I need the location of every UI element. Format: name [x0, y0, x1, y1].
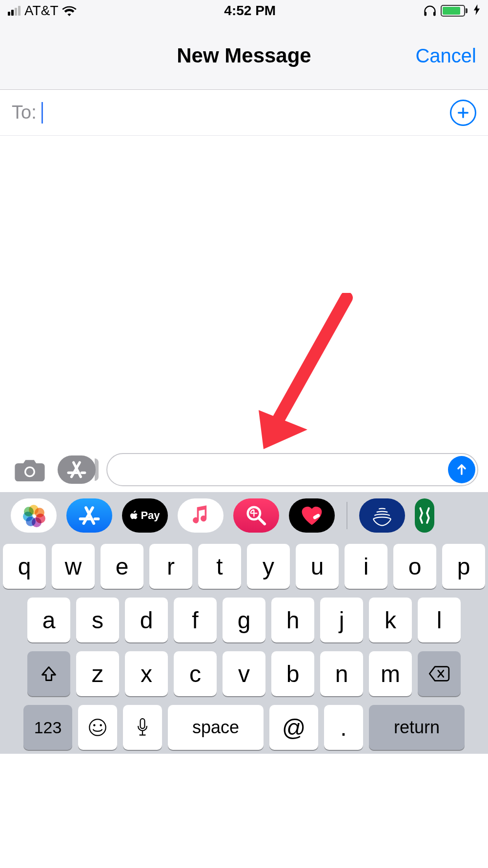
- svg-point-19: [93, 724, 95, 726]
- key-l[interactable]: l: [418, 598, 461, 642]
- key-n[interactable]: n: [320, 651, 363, 696]
- dictation-key[interactable]: [123, 705, 162, 750]
- backspace-key[interactable]: [418, 651, 461, 696]
- conversation-area: [0, 136, 488, 448]
- svg-line-15: [259, 518, 265, 524]
- key-t[interactable]: t: [198, 544, 241, 589]
- key-h[interactable]: h: [271, 598, 314, 642]
- imessage-app-strip[interactable]: Pay: [0, 492, 488, 539]
- svg-point-18: [89, 719, 105, 735]
- key-u[interactable]: u: [296, 544, 339, 589]
- return-key[interactable]: return: [369, 705, 465, 750]
- united-app-icon[interactable]: [359, 498, 405, 533]
- keyboard-row-1: q w e r t y u i o p: [4, 544, 484, 589]
- key-b[interactable]: b: [271, 651, 314, 696]
- keyboard-row-3: z x c v b n m: [4, 651, 484, 696]
- headphones-icon: [423, 5, 437, 17]
- key-s[interactable]: s: [76, 598, 119, 642]
- message-text-input[interactable]: [106, 453, 478, 486]
- status-right: [423, 3, 480, 19]
- svg-rect-0: [424, 12, 427, 16]
- starbucks-app-icon[interactable]: [415, 498, 434, 533]
- key-k[interactable]: k: [369, 598, 412, 642]
- keyboard: q w e r t y u i o p a s d f g h j k l z …: [0, 539, 488, 754]
- app-strip-divider: [346, 502, 347, 529]
- carrier-label: AT&T: [24, 3, 58, 19]
- svg-rect-21: [141, 719, 145, 728]
- navigation-header: New Message Cancel: [0, 21, 488, 90]
- key-j[interactable]: j: [320, 598, 363, 642]
- key-y[interactable]: y: [247, 544, 290, 589]
- images-search-app-icon[interactable]: [233, 498, 279, 533]
- to-label: To:: [12, 102, 37, 123]
- message-input-bar: [0, 448, 488, 492]
- keyboard-row-2: a s d f g h j k l: [4, 598, 484, 642]
- key-m[interactable]: m: [369, 651, 412, 696]
- camera-button[interactable]: [13, 456, 47, 483]
- page-title: New Message: [177, 44, 311, 67]
- key-o[interactable]: o: [393, 544, 436, 589]
- numeric-key[interactable]: 123: [23, 705, 72, 750]
- shift-key[interactable]: [27, 651, 70, 696]
- key-x[interactable]: x: [125, 651, 168, 696]
- music-app-icon[interactable]: [178, 498, 224, 533]
- add-contact-button[interactable]: [450, 100, 476, 126]
- key-w[interactable]: w: [52, 544, 95, 589]
- status-time: 4:52 PM: [224, 3, 276, 19]
- space-key[interactable]: space: [168, 705, 264, 750]
- at-key[interactable]: @: [269, 705, 318, 750]
- charging-bolt-icon: [473, 3, 480, 19]
- photos-app-icon[interactable]: [11, 498, 57, 533]
- keyboard-row-4: 123 space @ . return: [4, 705, 484, 750]
- svg-point-5: [26, 468, 33, 475]
- key-v[interactable]: v: [223, 651, 265, 696]
- key-p[interactable]: p: [442, 544, 485, 589]
- svg-rect-1: [433, 12, 436, 16]
- status-bar: AT&T 4:52 PM: [0, 0, 488, 21]
- period-key[interactable]: .: [324, 705, 363, 750]
- apple-pay-app-icon[interactable]: Pay: [122, 498, 168, 533]
- key-g[interactable]: g: [223, 598, 265, 642]
- imessage-apps-button[interactable]: [58, 455, 96, 484]
- status-left: AT&T: [8, 3, 77, 19]
- key-i[interactable]: i: [345, 544, 387, 589]
- recipient-row[interactable]: To:: [0, 90, 488, 136]
- key-c[interactable]: c: [174, 651, 217, 696]
- key-z[interactable]: z: [76, 651, 119, 696]
- battery-icon: [441, 5, 468, 17]
- apple-pay-label: Pay: [141, 509, 160, 522]
- key-a[interactable]: a: [27, 598, 70, 642]
- key-f[interactable]: f: [174, 598, 217, 642]
- cancel-button[interactable]: Cancel: [415, 44, 476, 66]
- emoji-key[interactable]: [78, 705, 117, 750]
- key-d[interactable]: d: [125, 598, 168, 642]
- send-button[interactable]: [448, 456, 475, 483]
- text-cursor: [41, 102, 43, 124]
- key-q[interactable]: q: [3, 544, 46, 589]
- key-r[interactable]: r: [149, 544, 192, 589]
- app-store-app-icon[interactable]: [66, 498, 112, 533]
- key-e[interactable]: e: [101, 544, 143, 589]
- svg-point-20: [100, 724, 102, 726]
- wifi-icon: [62, 5, 77, 16]
- heart-stickers-app-icon[interactable]: [289, 498, 335, 533]
- cellular-signal-icon: [8, 6, 20, 16]
